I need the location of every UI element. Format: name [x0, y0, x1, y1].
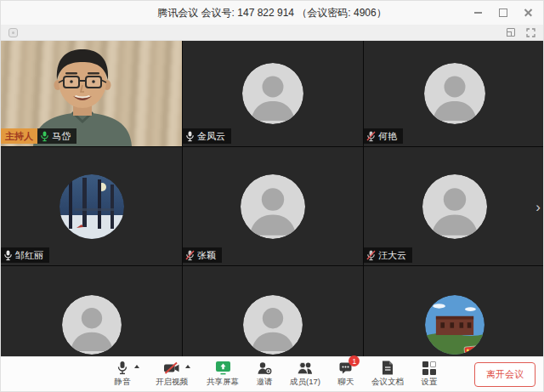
avatar: [242, 63, 303, 124]
participant-name: 何艳: [378, 128, 397, 144]
microphone-icon: [116, 361, 129, 375]
window-controls: [472, 1, 535, 25]
avatar-photo-building: [425, 295, 484, 355]
window-title: 腾讯会议 会议号: 147 822 914 （会议密码: 4906）: [157, 6, 386, 20]
start-video-button[interactable]: 开启视频: [156, 361, 188, 388]
view-bar: [1, 25, 543, 41]
participant-name: 汪大云: [378, 247, 406, 263]
mic-muted-icon: [185, 250, 195, 261]
mic-muted-icon: [366, 250, 376, 261]
chat-unread-badge: 1: [348, 355, 360, 366]
document-icon: [381, 361, 394, 375]
participant-tile-7[interactable]: [1, 266, 182, 358]
camera-off-icon: [163, 361, 180, 375]
meeting-window: 腾讯会议 会议号: 147 822 914 （会议密码: 4906）: [0, 0, 544, 392]
mute-button[interactable]: 静音: [108, 361, 137, 388]
meeting-toolbar: 静音 开启视频 共享屏幕: [1, 356, 544, 391]
maximize-icon[interactable]: [497, 7, 509, 19]
avatar: [241, 174, 305, 239]
fullscreen-icon[interactable]: [526, 28, 536, 37]
avatar: [243, 295, 303, 355]
participant-name: 马岱: [52, 128, 71, 144]
mic-on-icon: [3, 250, 13, 261]
avatar: [424, 63, 485, 124]
mic-muted-icon: [366, 131, 376, 142]
next-page-arrow[interactable]: ›: [533, 196, 543, 217]
chat-button[interactable]: 1 聊天: [332, 361, 360, 388]
leave-meeting-button[interactable]: 离开会议: [474, 362, 536, 387]
participant-tile-9[interactable]: [364, 266, 544, 358]
mic-active-icon: [40, 131, 49, 142]
red-flag-sticker: [464, 346, 478, 355]
close-icon[interactable]: [523, 7, 535, 19]
participant-tile-heyan[interactable]: 何艳: [364, 41, 544, 146]
participant-tile-8[interactable]: [183, 266, 363, 358]
meeting-docs-button[interactable]: 会议文档: [371, 361, 404, 388]
invite-button[interactable]: 邀请: [250, 361, 279, 388]
network-status-icon[interactable]: [8, 28, 18, 37]
members-icon: [297, 361, 314, 375]
avatar-photo-snow: [60, 174, 124, 239]
host-badge: 主持人: [1, 128, 37, 144]
participant-tile-zhangying[interactable]: 张颖: [183, 147, 363, 265]
title-bar: 腾讯会议 会议号: 147 822 914 （会议密码: 4906）: [1, 1, 543, 25]
participant-name: 张颖: [197, 247, 216, 263]
settings-button[interactable]: 设置: [415, 361, 444, 388]
members-button[interactable]: 成员(17): [290, 361, 320, 388]
screen-share-icon: [215, 361, 231, 375]
mic-on-icon: [185, 131, 195, 142]
participant-tile-madai[interactable]: 主持人 马岱: [1, 41, 182, 146]
layout-switch-icon[interactable]: [507, 28, 515, 37]
participant-tile-wangdayun[interactable]: 汪大云 ›: [364, 147, 544, 265]
share-screen-button[interactable]: 共享屏幕: [207, 361, 239, 388]
video-options-caret-icon[interactable]: [185, 365, 190, 368]
avatar: [62, 295, 122, 355]
participant-name: 邹红丽: [15, 247, 43, 263]
participant-tile-zouhongli[interactable]: 邹红丽: [1, 147, 182, 265]
mute-options-caret-icon[interactable]: [134, 365, 139, 368]
avatar: [422, 174, 487, 239]
video-grid: 主持人 马岱: [1, 41, 544, 358]
settings-grid-icon: [422, 361, 436, 375]
participant-tile-jinfengyun[interactable]: 金凤云: [183, 41, 363, 146]
participant-name: 金凤云: [197, 128, 225, 144]
nameplate: 主持人 马岱: [1, 128, 76, 144]
minimize-icon[interactable]: [472, 7, 484, 19]
invite-person-icon: [257, 361, 272, 375]
